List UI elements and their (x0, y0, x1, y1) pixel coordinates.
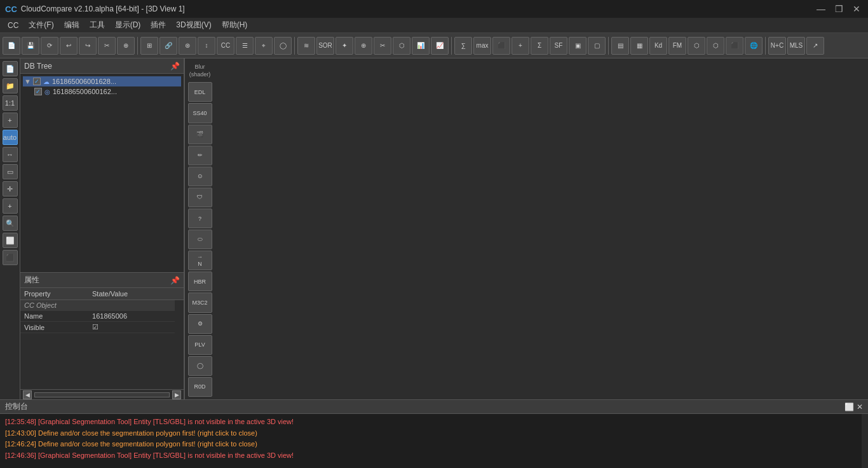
db-tree-content[interactable]: ▼☁161865006001628...◎161886500600162... (20, 74, 184, 272)
right-btn-ss40[interactable]: SS40 (188, 103, 212, 123)
toolbar-btn-34[interactable]: FM (668, 37, 686, 55)
right-btn-pencil[interactable]: ✏ (188, 146, 212, 165)
toolbar-btn-27[interactable]: Σ (531, 37, 548, 55)
toolbar-btn-15[interactable]: ≋ (297, 37, 315, 55)
menu-item-display[interactable]: 显示(D) (110, 18, 146, 32)
right-btn-circle-r[interactable]: ⊙ (188, 167, 212, 186)
menu-item-view3d[interactable]: 3D视图(V) (171, 18, 216, 32)
right-btn-q-r[interactable]: ? (188, 209, 212, 228)
side-btn-rect-tool[interactable]: ▭ (3, 164, 18, 179)
right-btn-arrow-n[interactable]: →N (188, 251, 212, 270)
toolbar-btn-8[interactable]: 🔗 (159, 37, 177, 55)
toolbar-btn-19[interactable]: ✂ (374, 37, 391, 55)
side-btn-scale-1-1[interactable]: 1:1 (3, 95, 18, 111)
right-btn-plv[interactable]: PLV (188, 335, 212, 355)
properties-pin[interactable]: 📌 (170, 276, 180, 285)
toolbar-btn-1[interactable]: 💾 (22, 37, 39, 55)
toolbar-btn-28[interactable]: SF (550, 37, 567, 55)
toolbar-btn-32[interactable]: ▦ (630, 37, 648, 55)
toolbar-btn-20[interactable]: ⬡ (393, 37, 410, 55)
toolbar-btn-18[interactable]: ⊕ (355, 37, 372, 55)
side-btn-move-tool[interactable]: ↔ (3, 147, 18, 162)
properties-scrollbar: ◀ ▶ (20, 389, 184, 399)
toolbar-btn-33[interactable]: Kd (649, 37, 667, 55)
side-btn-add-plus[interactable]: + (3, 113, 18, 128)
minimize-button[interactable]: — (815, 4, 827, 14)
right-panel: Blur (shader)EDLSS40🎬✏⊙🛡?⬭→NHBRM3C2⚙PLV◯… (184, 59, 215, 399)
side-btn-open-folder[interactable]: 📁 (3, 78, 18, 93)
console-scrollbar[interactable] (862, 414, 868, 468)
right-btn-r0d[interactable]: R0D (188, 377, 212, 397)
toolbar-btn-10[interactable]: ↕ (198, 37, 215, 55)
toolbar-btn-31[interactable]: ▤ (611, 37, 629, 55)
toolbar-btn-3[interactable]: ↩ (60, 37, 78, 55)
toolbar-btn-0[interactable]: 📄 (3, 37, 20, 55)
menu-item-tools[interactable]: 工具 (85, 18, 110, 32)
right-btn-oval-r[interactable]: ⬭ (188, 230, 212, 249)
menu-item-help[interactable]: 帮助(H) (217, 18, 253, 32)
restore-button[interactable]: ❒ (832, 4, 845, 14)
toolbar-btn-6[interactable]: ⊕ (117, 37, 135, 55)
right-btn-label-r0d: R0D (194, 383, 205, 390)
right-btn-edl[interactable]: EDL (188, 82, 212, 102)
window-controls[interactable]: — ❒ ✕ (815, 4, 863, 14)
side-btn-crosshair-tool[interactable]: ✛ (3, 181, 18, 196)
toolbar-btn-26[interactable]: + (512, 37, 529, 55)
tree-expand-item1[interactable]: ▼ (24, 78, 31, 85)
toolbar-btn-9[interactable]: ⊛ (179, 37, 196, 55)
close-button[interactable]: ✕ (850, 4, 863, 14)
toolbar-btn-30[interactable]: ▢ (588, 37, 606, 55)
right-btn-m3c2[interactable]: M3C2 (188, 292, 212, 312)
toolbar-btn-39[interactable]: N+C (768, 37, 786, 55)
toolbar-btn-16[interactable]: SOR (316, 37, 334, 55)
db-tree-pin[interactable]: 📌 (170, 62, 180, 71)
toolbar-btn-13[interactable]: ⌖ (255, 37, 273, 55)
toolbar-btn-23[interactable]: ∑ (454, 37, 472, 55)
toolbar-btn-40[interactable]: MLS (787, 37, 805, 55)
scroll-right[interactable]: ▶ (172, 390, 181, 399)
toolbar-btn-29[interactable]: ▣ (569, 37, 587, 55)
right-btn-gear-r[interactable]: ⚙ (188, 314, 212, 334)
toolbar-btn-7[interactable]: ⊞ (140, 37, 158, 55)
right-btn-label-m3c2: M3C2 (192, 299, 207, 306)
toolbar-btn-4[interactable]: ↪ (79, 37, 97, 55)
tree-item-item2[interactable]: ◎161886500600162... (23, 86, 181, 97)
menu-item-edit[interactable]: 编辑 (59, 18, 85, 32)
console-maximize[interactable]: ⬜ (844, 403, 854, 411)
right-btn-film[interactable]: 🎬 (188, 125, 212, 144)
console-controls[interactable]: ⬜ ✕ (844, 403, 863, 411)
menu-item-file[interactable]: 文件(F) (24, 18, 58, 32)
toolbar-btn-17[interactable]: ✦ (336, 37, 353, 55)
right-btn-shield-r[interactable]: 🛡 (188, 188, 212, 207)
toolbar-btn-22[interactable]: 📈 (431, 37, 449, 55)
side-btn-box-tool[interactable]: ⬜ (3, 233, 18, 248)
toolbar-btn-41[interactable]: ↗ (806, 37, 824, 55)
side-btn-auto-mode[interactable]: auto (3, 130, 18, 145)
toolbar-btn-12[interactable]: ☰ (236, 37, 254, 55)
menu-item-cc[interactable]: CC (3, 20, 24, 31)
toolbar-btn-25[interactable]: ⬛ (492, 37, 510, 55)
toolbar-btn-21[interactable]: 📊 (412, 37, 430, 55)
side-btn-cube-tool[interactable]: ⬛ (3, 250, 18, 265)
toolbar-btn-37[interactable]: ⬛ (726, 37, 743, 55)
toolbar-btn-2[interactable]: ⟳ (41, 37, 58, 55)
side-btn-zoom-plus[interactable]: + (3, 198, 18, 214)
toolbar-btn-24[interactable]: max (473, 37, 491, 55)
side-btn-new-doc[interactable]: 📄 (3, 61, 18, 76)
scroll-left[interactable]: ◀ (23, 390, 32, 399)
toolbar-btn-14[interactable]: ◯ (274, 37, 292, 55)
tree-checkbox-item1[interactable] (33, 78, 41, 85)
console-close[interactable]: ✕ (857, 403, 863, 411)
side-btn-zoom-tool[interactable]: 🔍 (3, 216, 18, 231)
toolbar-btn-38[interactable]: 🌐 (745, 37, 763, 55)
tree-checkbox-item2[interactable] (34, 88, 42, 95)
menu-item-plugins[interactable]: 插件 (146, 18, 171, 32)
toolbar-btn-11[interactable]: CC (217, 37, 234, 55)
right-btn-circle2-r[interactable]: ◯ (188, 356, 212, 376)
tree-item-item1[interactable]: ▼☁161865006001628... (23, 76, 181, 86)
toolbar-btn-35[interactable]: ⬡ (688, 37, 705, 55)
toolbar-btn-36[interactable]: ⬡ (707, 37, 724, 55)
right-btn-label-edl: EDL (194, 89, 206, 95)
toolbar-btn-5[interactable]: ✂ (98, 37, 116, 55)
right-btn-hbr[interactable]: HBR (188, 272, 212, 291)
